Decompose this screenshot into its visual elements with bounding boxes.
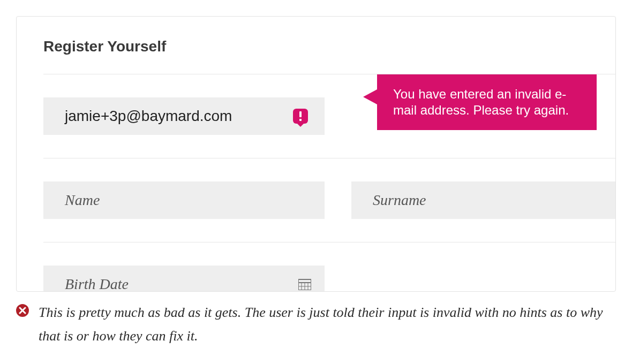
name-row: Name Surname — [43, 158, 615, 242]
name-field[interactable]: Name — [43, 181, 325, 219]
caption: This is pretty much as bad as it gets. T… — [16, 301, 616, 348]
surname-field[interactable]: Surname — [351, 181, 615, 219]
error-icon — [293, 109, 308, 124]
name-placeholder: Name — [65, 192, 100, 209]
x-circle-icon — [16, 304, 29, 317]
svg-rect-1 — [299, 119, 302, 121]
svg-rect-0 — [299, 111, 302, 117]
birthdate-placeholder: Birth Date — [65, 276, 129, 292]
birthdate-field[interactable]: Birth Date — [43, 266, 325, 292]
form-title: Register Yourself — [43, 38, 615, 55]
caption-text: This is pretty much as bad as it gets. T… — [39, 301, 616, 348]
email-field[interactable]: jamie+3p@baymard.com — [43, 97, 325, 135]
email-value: jamie+3p@baymard.com — [65, 108, 293, 125]
calendar-icon — [298, 278, 311, 290]
error-tooltip: You have entered an invalid e-mail addre… — [377, 74, 597, 130]
birthdate-row: Birth Date — [43, 242, 615, 292]
screenshot-card: Register Yourself jamie+3p@baymard.com Y… — [16, 16, 616, 292]
email-row: jamie+3p@baymard.com You have entered an… — [43, 74, 615, 158]
surname-placeholder: Surname — [373, 192, 426, 209]
